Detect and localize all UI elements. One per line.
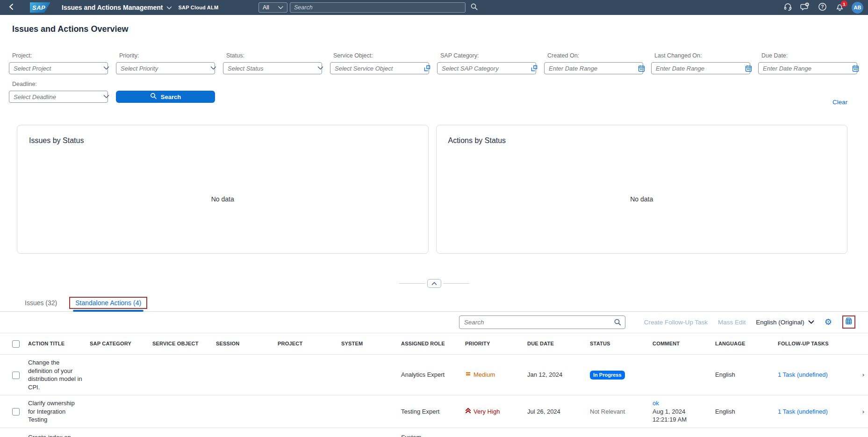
col-service-object[interactable]: SERVICE OBJECT: [149, 333, 212, 355]
priority-select-input[interactable]: [116, 63, 207, 74]
chevron-down-icon[interactable]: [100, 66, 112, 70]
due-date-field[interactable]: [758, 62, 857, 74]
collapse-button[interactable]: [427, 279, 441, 288]
project-select-input[interactable]: [9, 63, 100, 74]
col-project[interactable]: PROJECT: [274, 333, 337, 355]
col-status[interactable]: STATUS: [586, 333, 649, 355]
feedback-button[interactable]: [800, 2, 810, 13]
page-title: Issues and Actions Overview: [12, 24, 128, 34]
search-icon[interactable]: [614, 318, 622, 328]
create-follow-up-task-button[interactable]: Create Follow-Up Task: [644, 319, 708, 326]
row-checkbox[interactable]: [12, 408, 20, 416]
cell-session: [212, 355, 274, 395]
due-date-input[interactable]: [759, 63, 849, 74]
deadline-select[interactable]: [9, 91, 108, 103]
cell-sap-category: [86, 355, 149, 395]
follow-up-tasks-link[interactable]: 1 Task (undefined): [778, 408, 828, 415]
col-due-date[interactable]: DUE DATE: [524, 333, 586, 355]
row-navigation-chevron[interactable]: ›: [842, 428, 868, 437]
cell-project: [274, 395, 337, 428]
cell-action-title: Change the definition of your distributi…: [24, 355, 86, 395]
last-changed-on-input[interactable]: [652, 63, 742, 74]
svg-text:?: ?: [821, 4, 824, 9]
table-row[interactable]: Clarify ownership for Integration Testin…: [0, 395, 868, 428]
service-object-field[interactable]: [330, 62, 429, 74]
table-search-input[interactable]: [459, 315, 625, 329]
cell-service-object: [149, 428, 212, 437]
cell-sap-category: [86, 395, 149, 428]
status-select[interactable]: [223, 62, 322, 74]
filter-status: Status:: [223, 52, 322, 74]
service-object-input[interactable]: [330, 63, 421, 74]
search-button[interactable]: Search: [116, 91, 215, 103]
back-button[interactable]: [0, 3, 22, 12]
cell-due-date: Nov 16, 2023: [524, 428, 586, 437]
col-system[interactable]: SYSTEM: [337, 333, 397, 355]
chevron-down-icon[interactable]: [100, 95, 112, 99]
project-select[interactable]: [9, 62, 108, 74]
select-all-checkbox[interactable]: [12, 340, 20, 348]
priority-label: Very High: [473, 408, 500, 416]
col-assigned-role[interactable]: ASSIGNED ROLE: [397, 333, 461, 355]
chevron-down-icon[interactable]: [314, 66, 326, 70]
mass-edit-button[interactable]: Mass Edit: [718, 319, 746, 326]
chevron-down-icon: [166, 4, 172, 11]
col-language[interactable]: LANGUAGE: [711, 333, 774, 355]
export-spreadsheet-button[interactable]: [842, 315, 855, 329]
filter-deadline: Deadline:: [9, 81, 108, 103]
language-select[interactable]: English (Original): [756, 319, 814, 326]
priority-select[interactable]: [116, 62, 215, 74]
sap-category-field[interactable]: [437, 62, 536, 74]
cell-project: [274, 428, 337, 437]
calendar-icon[interactable]: [742, 65, 754, 72]
status-select-input[interactable]: [223, 63, 314, 74]
chevron-down-icon[interactable]: [207, 66, 219, 70]
follow-up-tasks-link[interactable]: 1 Task (undefined): [778, 371, 828, 378]
cell-comment: [649, 355, 711, 395]
splitter-line: [399, 283, 425, 284]
cell-project: [274, 355, 337, 395]
created-on-field[interactable]: [544, 62, 643, 74]
status-text: Not Relevant: [590, 408, 625, 415]
value-help-icon[interactable]: [421, 65, 433, 72]
help-button[interactable]: ?: [817, 2, 827, 13]
avatar[interactable]: AB: [852, 2, 863, 14]
filter-label: Deadline:: [9, 81, 108, 87]
col-action-title[interactable]: ACTION TITLE: [24, 333, 86, 355]
cell-language: English: [711, 395, 774, 428]
table-settings-button[interactable]: ⚙: [825, 318, 832, 326]
table-row[interactable]: Change the definition of your distributi…: [0, 355, 868, 395]
search-scope-select[interactable]: All: [258, 2, 287, 13]
table-toolbar: Create Follow-Up Task Mass Edit English …: [0, 313, 868, 331]
row-navigation-chevron[interactable]: ›: [842, 395, 868, 428]
value-help-icon[interactable]: [528, 65, 540, 72]
col-comment[interactable]: COMMENT: [649, 333, 711, 355]
shell-search-button[interactable]: [470, 3, 478, 13]
col-sap-category[interactable]: SAP CATEGORY: [86, 333, 149, 355]
no-data-text: No data: [17, 145, 428, 253]
last-changed-on-field[interactable]: [651, 62, 750, 74]
tab-standalone-actions[interactable]: Standalone Actions (4): [69, 294, 147, 312]
row-checkbox[interactable]: [12, 372, 20, 379]
cell-service-object: [149, 355, 212, 395]
comment-link[interactable]: ok: [653, 399, 708, 408]
cell-system: [337, 395, 397, 428]
sap-category-input[interactable]: [438, 63, 528, 74]
row-navigation-chevron[interactable]: ›: [842, 355, 868, 395]
col-follow-up-tasks[interactable]: FOLLOW-UP TASKS: [774, 333, 842, 355]
cell-due-date: Jul 26, 2024: [524, 395, 586, 428]
notifications-button[interactable]: 1: [834, 2, 845, 13]
shell-search-input[interactable]: [290, 2, 466, 13]
col-priority[interactable]: PRIORITY: [461, 333, 524, 355]
col-session[interactable]: SESSION: [212, 333, 274, 355]
app-title[interactable]: Issues and Actions Management: [62, 4, 172, 11]
tab-issues[interactable]: Issues (32): [25, 294, 57, 312]
cell-action-title: Clarify ownership for Integration Testin…: [24, 395, 86, 428]
calendar-icon[interactable]: [849, 65, 861, 72]
created-on-input[interactable]: [545, 63, 635, 74]
clear-link[interactable]: Clear: [832, 99, 847, 106]
support-button[interactable]: [782, 2, 793, 13]
deadline-select-input[interactable]: [9, 91, 100, 102]
calendar-icon[interactable]: [635, 65, 647, 72]
table-row[interactable]: Create index on KNA1 System Administrato…: [0, 428, 868, 437]
